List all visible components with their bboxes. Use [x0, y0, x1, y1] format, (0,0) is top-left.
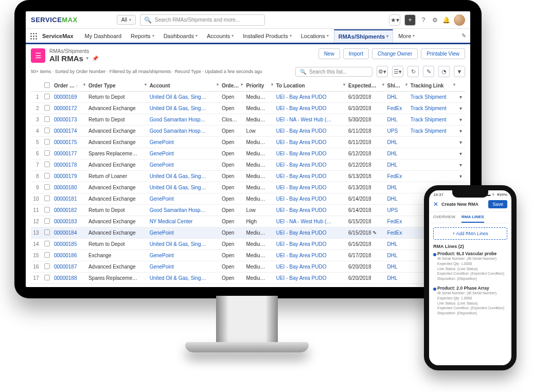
account-link[interactable]: United Oil & Gas, Sing…	[148, 92, 220, 103]
location-link[interactable]: UEI - NA - West Hub (…	[274, 114, 346, 126]
order-number-link[interactable]: 00000172	[52, 103, 86, 114]
table-row[interactable]: 600000177Spares Replaceme…GenePointOpenM…	[31, 148, 465, 159]
location-link[interactable]: UEI - Bay Area PUDO	[274, 227, 346, 239]
row-checkbox[interactable]	[44, 184, 50, 190]
shipper-link[interactable]: UPS	[385, 126, 408, 137]
row-menu-icon[interactable]: ▾	[456, 126, 465, 137]
order-number-link[interactable]: 00000177	[52, 148, 86, 159]
nav-item-accounts[interactable]: Accounts▾	[203, 29, 238, 43]
account-link[interactable]: GenePoint	[148, 227, 220, 239]
order-number-link[interactable]: 00000187	[52, 261, 86, 273]
shipper-link[interactable]: DHL	[385, 137, 408, 148]
nav-item-more[interactable]: More▾	[394, 29, 419, 43]
order-number-link[interactable]: 00000180	[52, 182, 86, 193]
favorites-button[interactable]: ★▾	[389, 14, 400, 26]
row-checkbox[interactable]	[44, 275, 50, 280]
help-icon[interactable]: ?	[420, 16, 427, 24]
shipper-link[interactable]: DHL	[385, 193, 408, 205]
new-button[interactable]: New	[318, 48, 340, 59]
order-number-link[interactable]: 00000175	[52, 137, 86, 148]
row-checkbox[interactable]	[44, 173, 50, 179]
account-link[interactable]: Good Samaritan Hosp…	[148, 114, 220, 126]
tracking-link[interactable]: Track Shipment	[408, 114, 456, 126]
table-row[interactable]: 300000173Return to DepotGood Samaritan H…	[31, 114, 465, 126]
row-menu-icon[interactable]: ▾	[456, 92, 465, 103]
account-link[interactable]: GenePoint	[148, 261, 220, 273]
list-view-picker[interactable]: All RMAs▼ 📌	[49, 54, 99, 63]
row-checkbox[interactable]	[44, 128, 50, 133]
column-header[interactable]: Orde…▾	[220, 80, 244, 92]
tracking-link[interactable]: Track Shipment	[408, 103, 456, 114]
shipper-link[interactable]: FedEx	[385, 171, 408, 182]
table-row[interactable]: 1600000187Advanced ExchangeGenePointOpen…	[31, 261, 465, 273]
close-icon[interactable]: ✕	[433, 201, 438, 208]
search-scope-selector[interactable]: All▾	[117, 15, 136, 25]
location-link[interactable]: UEI - Bay Area PUDO	[274, 126, 346, 137]
location-link[interactable]: UEI - Bay Area PUDO	[274, 250, 346, 261]
account-link[interactable]: Good Samaritan Hosp…	[148, 126, 220, 137]
location-link[interactable]: UEI - NA - West Hub (…	[274, 216, 346, 227]
nav-item-locations[interactable]: Locations▾	[297, 29, 333, 43]
row-checkbox[interactable]	[44, 241, 50, 246]
table-row[interactable]: 1200000183Advanced ExchangeNY Medical Ce…	[31, 216, 465, 227]
order-number-link[interactable]: 00000178	[52, 159, 86, 171]
account-link[interactable]: GenePoint	[148, 159, 220, 171]
refresh-icon[interactable]: ↻	[407, 66, 419, 77]
row-checkbox[interactable]	[44, 252, 50, 258]
row-menu-icon[interactable]: ▾	[456, 103, 465, 114]
location-link[interactable]: UEI - Bay Area PUDO	[274, 193, 346, 205]
location-link[interactable]: UEI - Bay Area PUDO	[274, 239, 346, 250]
list-settings-gear-icon[interactable]: ⚙▾	[377, 66, 388, 77]
add-button[interactable]: ＋	[404, 14, 416, 26]
account-link[interactable]: Good Samaritan Hosp…	[148, 205, 220, 216]
shipper-link[interactable]: FedEx	[385, 216, 408, 227]
printable-view-button[interactable]: Printable View	[421, 48, 465, 59]
row-checkbox[interactable]	[44, 150, 50, 156]
shipper-link[interactable]: UPS	[385, 205, 408, 216]
edit-nav-icon[interactable]: ✎	[461, 32, 466, 39]
column-header[interactable]: Order Type▾	[86, 80, 148, 92]
location-link[interactable]: UEI - Bay Area PUDO	[274, 261, 346, 273]
column-header[interactable]: Tracking Link▾	[408, 80, 456, 92]
shipper-link[interactable]: DHL	[385, 159, 408, 171]
location-link[interactable]: UEI - Bay Area PUDO	[274, 148, 346, 159]
table-row[interactable]: 1500000186ExchangeGenePointOpenMediu…UEI…	[31, 250, 465, 261]
shipper-link[interactable]: DHL	[385, 261, 408, 273]
location-link[interactable]: UEI - Bay Area PUDO	[274, 137, 346, 148]
account-link[interactable]: GenePoint	[148, 193, 220, 205]
add-rma-lines-button[interactable]: + Add RMA Lines	[433, 227, 507, 240]
table-row[interactable]: 200000172Advanced ExchangeUnited Oil & G…	[31, 103, 465, 114]
notifications-bell-icon[interactable]: 🔔	[442, 16, 450, 24]
rma-line-card[interactable]: Product: 6L3 Vascular probeIB Serial Num…	[433, 251, 507, 281]
order-number-link[interactable]: 00000186	[52, 250, 86, 261]
order-number-link[interactable]: 00000183	[52, 216, 86, 227]
order-number-link[interactable]: 00000169	[52, 92, 86, 103]
table-row[interactable]: 1700000188Spares Replaceme…United Oil & …	[31, 273, 465, 284]
display-as-icon[interactable]: ☰▾	[392, 66, 403, 77]
account-link[interactable]: GenePoint	[148, 250, 220, 261]
table-row[interactable]: 500000175Advanced ExchangeGenePointOpenM…	[31, 137, 465, 148]
row-checkbox[interactable]	[44, 207, 50, 212]
location-link[interactable]: UEI - Bay Area PUDO	[274, 103, 346, 114]
filters-icon[interactable]: ▼	[454, 66, 465, 77]
account-link[interactable]: United Oil & Gas, Sing…	[148, 239, 220, 250]
tracking-link[interactable]	[408, 137, 456, 148]
global-search-input[interactable]: 🔍 Search RMAs/Shipments and more...	[140, 14, 265, 26]
phone-tab-rma-lines[interactable]: RMA LINES	[461, 212, 484, 223]
order-number-link[interactable]: 00000184	[52, 227, 86, 239]
column-header[interactable]: Shi…▾	[385, 80, 408, 92]
row-menu-icon[interactable]: ▾	[456, 171, 465, 182]
account-link[interactable]: NY Medical Center	[148, 216, 220, 227]
location-link[interactable]: UEI - Bay Area PUDO	[274, 205, 346, 216]
location-link[interactable]: UEI - Bay Area PUDO	[274, 92, 346, 103]
column-header[interactable]: Account▾	[148, 80, 220, 92]
location-link[interactable]: UEI - Bay Area PUDO	[274, 273, 346, 284]
column-header[interactable]: To Location▾	[274, 80, 346, 92]
shipper-link[interactable]: DHL	[385, 92, 408, 103]
tracking-link[interactable]: Track Shipment	[408, 92, 456, 103]
nav-item-installed-products[interactable]: Installed Products▾	[239, 29, 295, 43]
pin-icon[interactable]: 📌	[92, 55, 99, 62]
list-search-input[interactable]: 🔍 Search this list...	[295, 67, 372, 77]
shipper-link[interactable]: FedEx	[385, 227, 408, 239]
phone-tab-overview[interactable]: OVERVIEW	[433, 212, 455, 223]
